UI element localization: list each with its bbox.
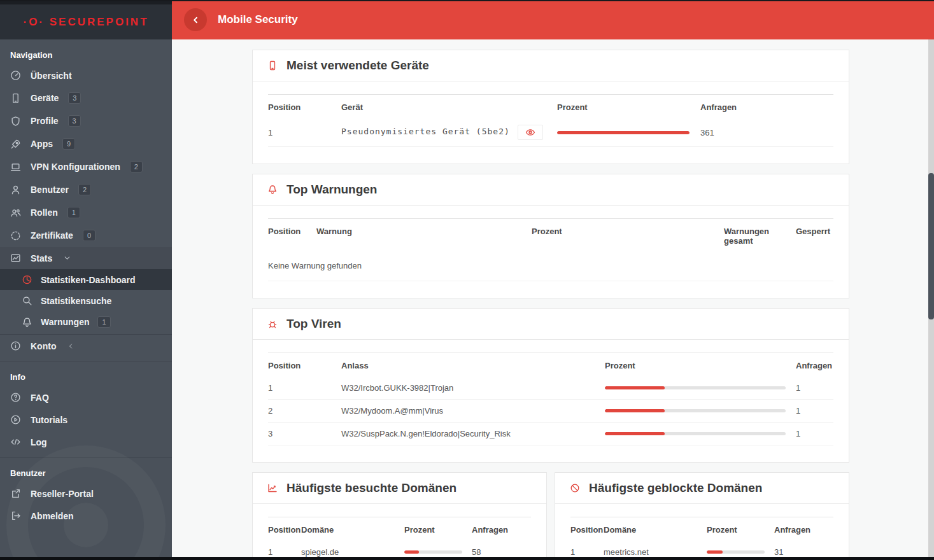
card-title: Top Warnungen xyxy=(287,183,377,197)
bug-icon xyxy=(267,319,278,329)
sidebar-item-label: Warnungen xyxy=(41,317,89,327)
card-blocked-domains: Häufigste geblockte Domänen Position Dom… xyxy=(555,472,849,560)
count-badge: 9 xyxy=(62,138,75,150)
cell-position: 2 xyxy=(268,400,341,423)
column-header: Position xyxy=(570,517,604,542)
sidebar-item-label: Statistiken-Dashboard xyxy=(41,275,136,285)
table-row: 2 W32/Mydoom.A@mm|Virus 1 xyxy=(268,400,833,423)
card-body: Position Gerät Prozent Anfragen 1 Pseudo… xyxy=(253,81,849,164)
view-device-button[interactable] xyxy=(518,125,543,140)
count-badge: 2 xyxy=(130,161,143,172)
sidebar-item-uebersicht[interactable]: Übersicht xyxy=(0,64,172,87)
info-circle-icon xyxy=(10,340,21,351)
card-header: Meist verwendete Geräte xyxy=(253,50,849,81)
sidebar-item-rollen[interactable]: Rollen 1 xyxy=(0,201,172,224)
sidebar-item-apps[interactable]: Apps 9 xyxy=(0,132,172,155)
blocked-domains-table: Position Domäne Prozent Anfragen 1 meetr… xyxy=(570,517,833,560)
sidebar-section-benutzer: Benutzer xyxy=(0,458,172,482)
card-body: Position Domäne Prozent Anfragen 1 meetr… xyxy=(555,504,849,560)
users-icon xyxy=(10,207,21,218)
column-header: Domäne xyxy=(301,517,404,542)
securepoint-logo: ·O· SECUREPOINT xyxy=(23,16,148,29)
shield-icon xyxy=(10,116,21,127)
sidebar-item-stats[interactable]: Stats xyxy=(0,247,172,269)
line-chart-icon xyxy=(267,483,278,493)
sidebar-item-konto[interactable]: Konto xyxy=(0,334,172,357)
sidebar-item-reseller-portal[interactable]: Reseller-Portal xyxy=(0,482,172,505)
page-title: Mobile Security xyxy=(218,13,298,26)
table-row-empty: Keine Warnung gefunden xyxy=(268,252,833,281)
empty-state-text: Keine Warnung gefunden xyxy=(268,252,833,281)
sidebar-item-benutzer[interactable]: Benutzer 2 xyxy=(0,178,172,201)
percent-bar xyxy=(605,409,786,412)
domains-row: Häufigste besuchte Domänen Position Domä… xyxy=(252,472,849,560)
column-header: Gesperrt xyxy=(796,219,833,253)
sidebar-item-geraete[interactable]: Geräte 3 xyxy=(0,87,172,109)
eye-icon xyxy=(525,127,535,137)
column-header: Prozent xyxy=(707,517,774,542)
table-row: 1 W32/Ircbot.GUKK-3982|Trojan 1 xyxy=(268,377,833,400)
sidebar-item-tutorials[interactable]: Tutorials xyxy=(0,409,172,431)
cell-virus-name: W32/SuspPack.N.gen!Eldorado|Security_Ris… xyxy=(341,423,605,445)
column-header: Warnung xyxy=(316,219,532,253)
user-icon xyxy=(10,185,21,195)
sidebar-item-label: VPN Konfigurationen xyxy=(31,162,120,172)
table-row: 1 Pseudonymisiertes Gerät (5be2) 361 xyxy=(268,118,833,147)
visited-domains-table: Position Domäne Prozent Anfragen 1 spieg… xyxy=(268,517,531,560)
cell-requests: 1 xyxy=(796,377,833,400)
question-circle-icon xyxy=(10,392,21,403)
sidebar-item-label: Reseller-Portal xyxy=(31,489,94,499)
sidebar-item-log[interactable]: Log xyxy=(0,431,172,453)
column-header: Prozent xyxy=(605,353,796,377)
count-badge: 0 xyxy=(83,230,96,241)
card-header: Häufigste geblockte Domänen xyxy=(555,473,849,504)
card-title: Häufigste geblockte Domänen xyxy=(589,481,762,495)
sidebar-item-statistiken-dashboard[interactable]: Statistiken-Dashboard xyxy=(0,269,172,290)
main-area: Mobile Security Meist verwendete Geräte … xyxy=(172,0,934,560)
sidebar-item-label: Konto xyxy=(31,341,56,351)
sidebar-item-abmelden[interactable]: Abmelden xyxy=(0,505,172,527)
count-badge: 1 xyxy=(97,316,110,328)
sidebar-item-label: Benutzer xyxy=(31,185,69,195)
back-button[interactable] xyxy=(184,8,207,31)
sidebar-item-faq[interactable]: FAQ xyxy=(0,386,172,409)
sidebar-item-warnungen[interactable]: Warnungen 1 xyxy=(0,311,172,333)
scrollbar-thumb[interactable] xyxy=(928,173,934,319)
cell-position: 1 xyxy=(268,377,341,400)
code-icon xyxy=(10,437,21,447)
sidebar-item-statistikensuche[interactable]: Statistikensuche xyxy=(0,290,172,311)
sidebar: ·O· SECUREPOINT Navigation Übersicht Ger… xyxy=(0,0,172,560)
sidebar-item-label: FAQ xyxy=(31,393,49,403)
chevron-down-icon xyxy=(63,254,71,262)
smartphone-icon xyxy=(10,93,21,104)
sidebar-item-label: Übersicht xyxy=(31,71,72,81)
sidebar-item-label: Apps xyxy=(31,139,53,149)
search-icon xyxy=(22,295,32,306)
pie-chart-icon xyxy=(22,274,32,285)
count-badge: 1 xyxy=(67,207,80,218)
percent-bar xyxy=(605,386,786,389)
column-header: Prozent xyxy=(557,95,700,119)
count-badge: 3 xyxy=(68,115,81,127)
sidebar-section-navigation: Navigation xyxy=(0,39,172,64)
vertical-scrollbar[interactable] xyxy=(928,39,934,560)
card-header: Top Viren xyxy=(253,309,849,340)
column-header: Position xyxy=(268,517,301,542)
column-header: Prozent xyxy=(404,517,472,542)
cell-virus-name: W32/Mydoom.A@mm|Virus xyxy=(341,400,605,423)
logo-area: ·O· SECUREPOINT xyxy=(0,0,172,39)
cell-requests: 361 xyxy=(700,118,833,147)
certificate-seal-icon xyxy=(10,230,21,241)
sidebar-item-label: Abmelden xyxy=(31,511,74,521)
cell-requests: 1 xyxy=(796,423,833,445)
sidebar-item-profile[interactable]: Profile 3 xyxy=(0,109,172,132)
column-header: Anfragen xyxy=(472,517,531,542)
sidebar-item-label: Geräte xyxy=(31,93,59,103)
sidebar-item-vpn-konfigurationen[interactable]: VPN Konfigurationen 2 xyxy=(0,155,172,178)
window-bottom-border xyxy=(0,557,934,560)
card-top-viruses: Top Viren Position Anlass Prozent Anfrag… xyxy=(252,308,849,463)
column-header: Anfragen xyxy=(700,95,833,119)
sidebar-item-zertifikate[interactable]: Zertifikate 0 xyxy=(0,224,172,247)
card-header: Häufigste besuchte Domänen xyxy=(253,473,546,504)
rocket-icon xyxy=(10,139,21,150)
